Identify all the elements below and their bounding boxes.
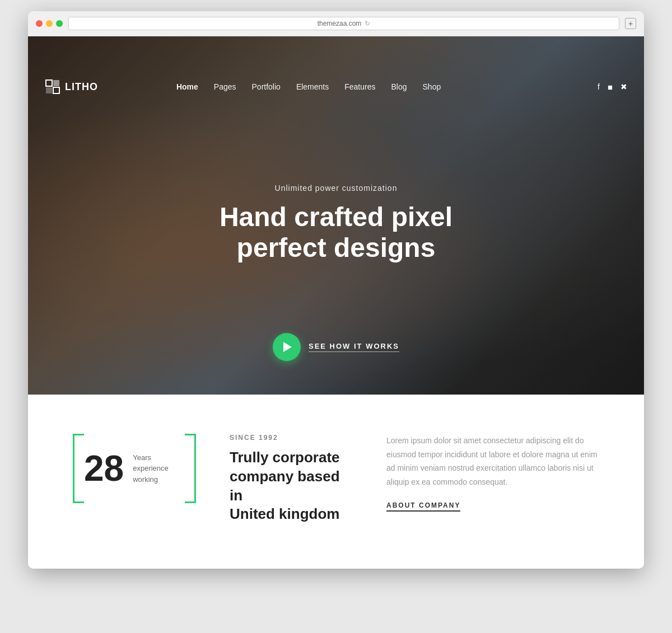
website-wrapper: LITHO Home Pages Portfolio Elements Feat… [28, 36, 644, 569]
play-icon [283, 342, 292, 352]
browser-dots [36, 20, 63, 27]
facebook-icon[interactable]: f [598, 82, 600, 92]
svg-rect-1 [53, 80, 59, 86]
description-text: Lorem ipsum dolor sit amet consectetur a… [386, 434, 599, 489]
url-text: themezaa.com [318, 20, 362, 27]
instagram-icon[interactable]: ■ [608, 82, 613, 92]
company-title-line3: United kingdom [230, 505, 339, 522]
stats-number: 28 [84, 451, 124, 486]
close-dot[interactable] [36, 20, 43, 27]
twitter-icon[interactable]: ✖ [620, 82, 627, 92]
play-button[interactable] [273, 333, 301, 361]
navigation: LITHO Home Pages Portfolio Elements Feat… [28, 69, 644, 105]
hero-content: Unlimited power customization Hand craft… [190, 184, 482, 263]
about-company-link[interactable]: ABOUT COMPANY [386, 501, 460, 512]
cta-label[interactable]: SEE HOW IT WORKS [309, 342, 399, 352]
bracket-right [185, 434, 196, 503]
stats-label-line3: working [133, 475, 158, 484]
svg-rect-2 [46, 87, 52, 93]
hero-cta: SEE HOW IT WORKS [273, 333, 399, 361]
browser-window: themezaa.com ↻ + LITHO Home [28, 11, 644, 569]
stats-label: Years experience working [133, 452, 169, 485]
stats-label-line2: experience [133, 464, 169, 472]
description: Lorem ipsum dolor sit amet consectetur a… [386, 434, 599, 512]
new-tab-button[interactable]: + [625, 18, 636, 29]
nav-portfolio[interactable]: Portfolio [252, 82, 281, 91]
company-info: SINCE 1992 Trully corporate company base… [230, 434, 353, 524]
nav-social: f ■ ✖ [598, 82, 627, 92]
nav-elements[interactable]: Elements [296, 82, 329, 91]
stats-box: 28 Years experience working [73, 434, 196, 503]
company-title: Trully corporate company based in United… [230, 448, 353, 524]
nav-links: Home Pages Portfolio Elements Features B… [176, 82, 441, 91]
svg-rect-3 [53, 87, 59, 93]
nav-features[interactable]: Features [344, 82, 375, 91]
company-title-line1: Trully corporate [230, 449, 340, 466]
bracket-left [73, 434, 84, 503]
stats-label-line1: Years [133, 453, 151, 462]
hero-subtitle: Unlimited power customization [190, 184, 482, 193]
browser-chrome: themezaa.com ↻ + [28, 11, 644, 36]
company-title-line2: company based in [230, 468, 340, 504]
hero-title: Hand crafted pixel perfect designs [190, 201, 482, 263]
nav-blog[interactable]: Blog [391, 82, 407, 91]
logo[interactable]: LITHO [45, 79, 98, 95]
info-section: 28 Years experience working SINCE 1992 T… [28, 395, 644, 569]
maximize-dot[interactable] [56, 20, 63, 27]
logo-text: LITHO [65, 81, 98, 93]
nav-home[interactable]: Home [176, 82, 198, 91]
website: LITHO Home Pages Portfolio Elements Feat… [28, 36, 644, 569]
nav-shop[interactable]: Shop [423, 82, 441, 91]
nav-pages[interactable]: Pages [214, 82, 236, 91]
since-label: SINCE 1992 [230, 434, 353, 442]
address-bar[interactable]: themezaa.com ↻ [68, 17, 619, 30]
logo-icon [45, 79, 60, 95]
minimize-dot[interactable] [46, 20, 53, 27]
svg-rect-0 [46, 80, 52, 86]
refresh-icon: ↻ [365, 20, 370, 27]
